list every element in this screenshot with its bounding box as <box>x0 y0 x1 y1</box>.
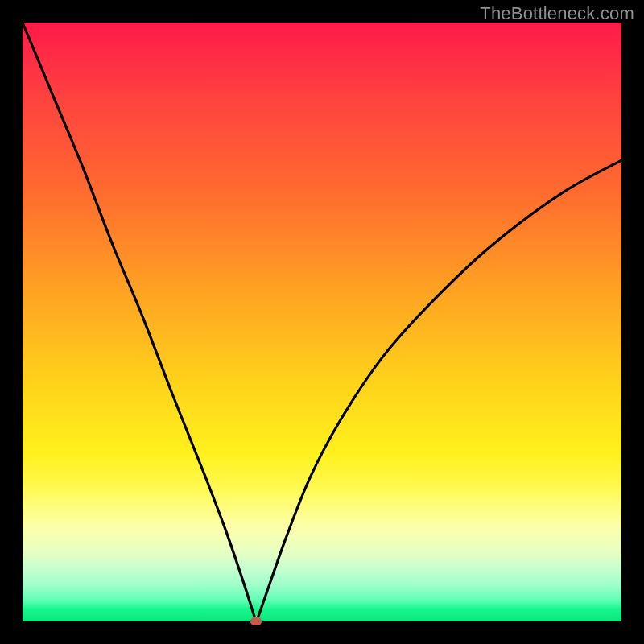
plot-area <box>23 23 621 621</box>
bottleneck-curve <box>23 23 621 621</box>
chart-frame: TheBottleneck.com <box>0 0 644 644</box>
watermark-text: TheBottleneck.com <box>480 3 634 24</box>
optimum-marker <box>250 617 262 625</box>
